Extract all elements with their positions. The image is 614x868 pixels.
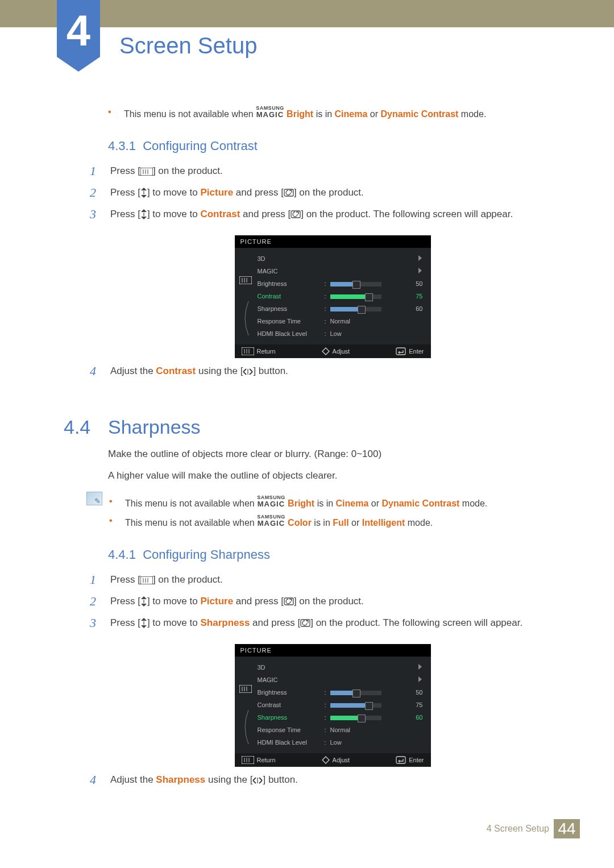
sharpness-desc-1: Make the outline of objects more clear o… xyxy=(108,448,557,460)
bullet-icon xyxy=(108,107,116,117)
osd-row-contrast: Contrast:75 xyxy=(258,290,423,302)
menu-button-icon xyxy=(140,168,153,176)
osd-enter: Enter xyxy=(396,756,424,764)
osd-enter: Enter xyxy=(396,347,424,355)
enter-button-icon xyxy=(300,619,310,627)
enter-button-icon xyxy=(291,210,301,218)
menu-button-icon xyxy=(239,685,252,693)
osd-row-brightness: Brightness:50 xyxy=(258,277,423,290)
chapter-header: 4 Screen Setup xyxy=(0,17,614,102)
availability-note: This menu is not available when SAMSUNGM… xyxy=(109,492,557,511)
up-down-icon xyxy=(140,209,147,220)
osd-menu-contrast: PICTURE 3D MAGIC Brightness:50 Contrast:… xyxy=(235,235,431,358)
osd-row-sharpness: Sharpness:60 xyxy=(258,302,423,315)
availability-note: This menu is not available when SAMSUNGM… xyxy=(108,102,557,122)
up-down-icon xyxy=(140,596,147,607)
enter-button-icon xyxy=(284,597,294,605)
left-right-icon xyxy=(252,776,263,785)
osd-title: PICTURE xyxy=(235,644,431,657)
subsection-4-3-1-title: 4.3.1 Configuring Contrast xyxy=(108,139,557,153)
osd-title: PICTURE xyxy=(235,235,431,248)
chapter-number: 4 xyxy=(67,6,90,55)
osd-adjust: Adjust xyxy=(322,347,350,355)
osd-row-brightness: Brightness:50 xyxy=(258,686,423,699)
step-4: 4 Adjust the Contrast using the [] butto… xyxy=(108,360,557,382)
osd-row-3d: 3D xyxy=(258,661,423,674)
osd-row-sharpness: Sharpness:60 xyxy=(258,711,423,724)
osd-row-contrast: Contrast:75 xyxy=(258,699,423,711)
page-footer: 4 Screen Setup 44 xyxy=(0,819,614,838)
osd-menu-sharpness: PICTURE 3D MAGIC Brightness:50 Contrast:… xyxy=(235,644,431,767)
section-4-4-header: 4.4 Sharpness xyxy=(64,416,557,438)
availability-note: This menu is not available when SAMSUNGM… xyxy=(109,511,557,530)
bullet-icon xyxy=(109,516,117,526)
subsection-4-4-1-title: 4.4.1 Configuring Sharpness xyxy=(108,547,557,562)
osd-return: Return xyxy=(242,756,276,764)
menu-button-icon xyxy=(239,276,252,284)
step-3: 3 Press [] to move to Contrast and press… xyxy=(108,203,557,225)
menu-button-icon xyxy=(140,576,153,584)
chapter-title: Screen Setup xyxy=(119,33,257,59)
footer-chapter-label: 4 Screen Setup xyxy=(487,824,554,834)
up-down-icon xyxy=(140,187,147,198)
osd-adjust: Adjust xyxy=(322,756,350,764)
samsung-magic-logo: SAMSUNGMAGIC xyxy=(257,494,285,508)
step-3: 3 Press [] to move to Sharpness and pres… xyxy=(108,612,557,634)
enter-button-icon xyxy=(284,189,294,197)
osd-row-response: Response Time:Normal xyxy=(258,315,423,327)
step-2: 2 Press [] to move to Picture and press … xyxy=(108,591,557,612)
bullet-icon xyxy=(109,496,117,506)
sharpness-desc-2: A higher value will make the outline of … xyxy=(108,470,557,481)
step-1: 1 Press [] on the product. xyxy=(108,160,557,182)
osd-row-magic: MAGIC xyxy=(258,674,423,686)
note-icon xyxy=(86,492,102,505)
osd-return: Return xyxy=(242,347,276,355)
page-number: 44 xyxy=(554,819,580,838)
osd-row-response: Response Time:Normal xyxy=(258,724,423,736)
osd-row-3d: 3D xyxy=(258,252,423,265)
osd-row-magic: MAGIC xyxy=(258,265,423,277)
step-4: 4 Adjust the Sharpness using the [] butt… xyxy=(108,769,557,791)
samsung-magic-logo: SAMSUNGMAGIC xyxy=(257,513,285,527)
osd-row-hdmi: HDMI Black Level:Low xyxy=(258,327,423,340)
chapter-tab: 4 xyxy=(57,0,100,72)
step-1: 1 Press [] on the product. xyxy=(108,569,557,591)
up-down-icon xyxy=(140,617,147,629)
samsung-magic-logo: SAMSUNGMAGIC xyxy=(256,105,284,118)
osd-row-hdmi: HDMI Black Level:Low xyxy=(258,736,423,749)
left-right-icon xyxy=(243,367,253,376)
step-2: 2 Press [] to move to Picture and press … xyxy=(108,182,557,203)
